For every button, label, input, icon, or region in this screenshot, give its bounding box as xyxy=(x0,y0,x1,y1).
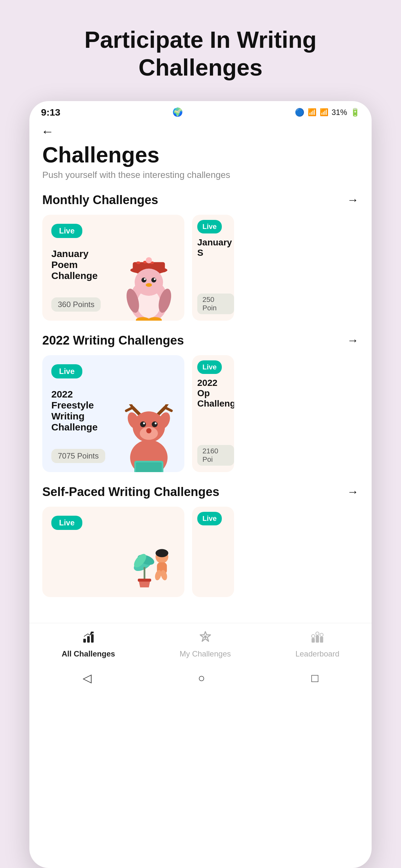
freestyle-live-badge: Live xyxy=(51,364,82,378)
selfpaced-cards-row: Live xyxy=(42,507,359,597)
jan-poem-card-name: January Poem Challenge xyxy=(51,248,116,281)
battery-level: 31% xyxy=(332,108,347,117)
svg-point-65 xyxy=(320,633,323,637)
svg-point-32 xyxy=(155,423,157,424)
monthly-challenges-section: Monthly Challenges → Live January Poem C… xyxy=(42,193,359,321)
svg-point-53 xyxy=(156,549,168,557)
selfpaced1-card[interactable]: Live xyxy=(42,507,184,597)
svg-line-23 xyxy=(129,404,133,407)
jan-poem-points: 360 Points xyxy=(51,298,101,312)
writing2022-section: 2022 Writing Challenges → Live 2022 Free… xyxy=(42,334,359,472)
writing2022-arrow[interactable]: → xyxy=(347,334,359,347)
svg-rect-60 xyxy=(312,638,315,643)
page-title: Challenges xyxy=(42,142,359,167)
svg-point-31 xyxy=(143,423,145,424)
selfpaced-arrow[interactable]: → xyxy=(347,485,359,499)
open-card-points: 2160 Poi xyxy=(197,445,234,466)
signal-icon: 📶 xyxy=(320,108,328,117)
jan-poem-live-badge: Live xyxy=(51,224,82,238)
all-challenges-label: All Challenges xyxy=(62,649,115,658)
svg-point-13 xyxy=(151,277,156,282)
hero-title: Participate In Writing Challenges xyxy=(0,0,401,101)
selfpaced2-live-badge: Live xyxy=(197,512,222,525)
svg-point-63 xyxy=(312,634,315,638)
svg-line-26 xyxy=(165,404,168,407)
svg-point-12 xyxy=(142,277,146,282)
svg-point-11 xyxy=(135,269,163,296)
system-recents-button[interactable]: □ xyxy=(312,671,319,685)
open-partial-card[interactable]: Live 2022 Op Challenge 2160 Poi xyxy=(192,355,234,472)
nav-my-challenges[interactable]: My Challenges xyxy=(180,630,231,658)
system-back-button[interactable]: ◁ xyxy=(83,671,92,685)
svg-rect-47 xyxy=(138,579,151,582)
svg-rect-55 xyxy=(87,636,90,643)
svg-point-30 xyxy=(152,422,158,427)
monthly-section-header: Monthly Challenges → xyxy=(42,193,359,207)
my-challenges-label: My Challenges xyxy=(180,649,231,658)
freestyle-card-name: 2022 Freestyle Writing Challenge xyxy=(51,389,116,433)
svg-rect-61 xyxy=(316,636,319,643)
monthly-section-title: Monthly Challenges xyxy=(42,193,158,207)
status-time: 9:13 xyxy=(41,107,60,118)
writing2022-title: 2022 Writing Challenges xyxy=(42,334,184,347)
nav-all-challenges[interactable]: All Challenges xyxy=(62,630,115,658)
selfpaced-section: Self-Paced Writing Challenges → Live xyxy=(42,485,359,597)
monthly-cards-row: Live January Poem Challenge 360 Points xyxy=(42,215,359,321)
all-challenges-icon xyxy=(81,630,96,647)
plant-illustration xyxy=(117,529,181,594)
status-icons: 🔵 📶 📶 31% 🔋 xyxy=(295,108,360,117)
system-nav: ◁ ○ □ xyxy=(29,665,372,696)
selfpaced-section-header: Self-Paced Writing Challenges → xyxy=(42,485,359,499)
leaderboard-icon xyxy=(310,630,325,647)
svg-point-64 xyxy=(316,632,319,635)
freestyle-points: 7075 Points xyxy=(51,449,105,463)
writing2022-cards-row: Live 2022 Freestyle Writing Challenge 70… xyxy=(42,355,359,472)
wifi-icon: 📶 xyxy=(308,108,316,117)
selfpaced2-partial-card[interactable]: Live xyxy=(192,507,234,597)
jan-s-live-badge: Live xyxy=(197,220,222,234)
back-button[interactable]: ← xyxy=(29,121,372,142)
svg-rect-38 xyxy=(136,462,162,472)
nav-leaderboard[interactable]: Leaderboard xyxy=(296,630,339,658)
svg-point-16 xyxy=(146,283,152,287)
my-challenges-icon xyxy=(198,630,212,647)
page-subtitle: Push yourself with these interesting cha… xyxy=(42,170,359,180)
jan-s-name: January S xyxy=(197,237,229,258)
deer-illustration xyxy=(117,404,181,469)
svg-point-33 xyxy=(146,428,151,433)
svg-point-5 xyxy=(146,257,152,263)
battery-icon: 🔋 xyxy=(350,108,360,117)
freestyle-card[interactable]: Live 2022 Freestyle Writing Challenge 70… xyxy=(42,355,184,472)
svg-rect-62 xyxy=(320,637,323,643)
bluetooth-icon: 🔵 xyxy=(295,108,305,117)
monthly-section-arrow[interactable]: → xyxy=(347,193,359,207)
jan-s-partial-card[interactable]: Live January S 250 Poin xyxy=(192,215,234,321)
svg-rect-54 xyxy=(83,639,86,643)
hero-section: Participate In Writing Challenges xyxy=(0,0,401,101)
selfpaced1-live-badge: Live xyxy=(51,516,82,530)
world-icon: 🌍 xyxy=(173,107,183,117)
jan-s-points: 250 Poin xyxy=(197,293,234,314)
jan-poem-card[interactable]: Live January Poem Challenge 360 Points xyxy=(42,215,184,321)
svg-point-59 xyxy=(204,636,207,638)
selfpaced-title: Self-Paced Writing Challenges xyxy=(42,485,219,499)
system-home-button[interactable]: ○ xyxy=(198,671,205,685)
open-card-name: 2022 Op Challenge xyxy=(197,378,229,409)
svg-rect-2 xyxy=(136,261,140,264)
phone-mockup: 9:13 🌍 🔵 📶 📶 31% 🔋 ← Challenges Push you… xyxy=(29,101,372,868)
page-content: Challenges Push yourself with these inte… xyxy=(29,142,372,623)
svg-point-14 xyxy=(144,278,146,280)
status-bar: 9:13 🌍 🔵 📶 📶 31% 🔋 xyxy=(29,101,372,121)
leaderboard-label: Leaderboard xyxy=(296,649,339,658)
writing2022-section-header: 2022 Writing Challenges → xyxy=(42,334,359,347)
penguin-illustration xyxy=(117,253,181,317)
svg-point-29 xyxy=(140,422,146,427)
bottom-nav: All Challenges My Challenges xyxy=(29,623,372,665)
svg-rect-56 xyxy=(91,634,94,643)
svg-point-15 xyxy=(154,278,156,280)
open-live-badge: Live xyxy=(197,361,222,374)
